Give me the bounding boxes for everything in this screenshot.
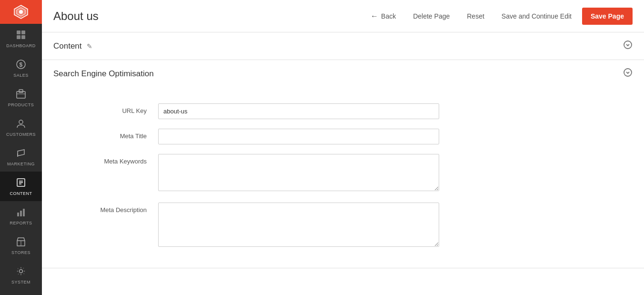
- seo-section-header[interactable]: Search Engine Optimisation: [42, 60, 644, 87]
- url-key-label: URL Key: [53, 103, 158, 114]
- reports-icon: [16, 207, 26, 219]
- customers-icon: [16, 118, 26, 130]
- sidebar-item-label: REPORTS: [10, 221, 32, 225]
- dashboard-icon: [16, 30, 26, 41]
- sidebar-item-stores[interactable]: STORES: [0, 231, 42, 260]
- sidebar-item-customers[interactable]: CUSTOMERS: [0, 112, 42, 142]
- sidebar-item-content[interactable]: CONTENT: [0, 172, 42, 201]
- svg-rect-10: [19, 90, 23, 92]
- svg-point-25: [624, 41, 632, 49]
- sidebar-item-sales[interactable]: $ SALES: [0, 53, 42, 83]
- svg-point-2: [19, 10, 23, 14]
- content-section-header[interactable]: Content ✎: [42, 32, 644, 60]
- sidebar-item-label: SYSTEM: [11, 280, 30, 285]
- header-actions: ← Back Delete Page Reset Save and Contin…: [364, 8, 633, 25]
- sidebar-item-marketing[interactable]: MARKETING: [0, 142, 42, 172]
- content-area: Content ✎ Search Engine Optimisation: [42, 32, 644, 295]
- seo-section: Search Engine Optimisation URL Key: [42, 60, 644, 268]
- sidebar-item-label: STORES: [11, 250, 30, 255]
- svg-rect-20: [20, 211, 22, 216]
- meta-keywords-label: Meta Keywords: [53, 154, 158, 165]
- svg-rect-5: [17, 35, 20, 39]
- meta-title-row: Meta Title: [42, 124, 644, 149]
- svg-marker-13: [18, 150, 24, 156]
- meta-description-input[interactable]: [158, 203, 439, 247]
- url-key-input-wrapper: [158, 103, 439, 119]
- meta-keywords-input-wrapper: [158, 154, 439, 193]
- sidebar: DASHBOARD $ SALES PRODUCTS CUSTOM: [0, 0, 42, 295]
- sidebar-item-label: DASHBOARD: [6, 43, 36, 48]
- marketing-icon: [16, 148, 26, 160]
- url-key-row: URL Key: [42, 99, 644, 124]
- sidebar-logo: [0, 0, 42, 24]
- save-label: Save Page: [591, 12, 624, 20]
- meta-keywords-row: Meta Keywords: [42, 149, 644, 198]
- seo-title-text: Search Engine Optimisation: [53, 69, 154, 79]
- edit-icon[interactable]: ✎: [87, 42, 92, 50]
- url-key-input[interactable]: [158, 103, 439, 119]
- meta-description-input-wrapper: [158, 203, 439, 249]
- svg-rect-3: [17, 31, 20, 34]
- sidebar-item-reports[interactable]: REPORTS: [0, 201, 42, 231]
- sales-icon: $: [16, 59, 26, 71]
- content-icon: [16, 177, 26, 189]
- back-label: Back: [381, 12, 396, 20]
- sidebar-item-products[interactable]: PRODUCTS: [0, 83, 42, 112]
- content-section: Content ✎: [42, 32, 644, 60]
- meta-title-input-wrapper: [158, 129, 439, 144]
- meta-keywords-input[interactable]: [158, 154, 439, 191]
- svg-point-24: [20, 269, 23, 273]
- reset-button[interactable]: Reset: [460, 9, 491, 24]
- content-section-title: Content ✎: [53, 41, 92, 51]
- sidebar-item-label: MARKETING: [7, 162, 35, 166]
- sidebar-item-dashboard[interactable]: DASHBOARD: [0, 24, 42, 53]
- sidebar-item-label: CUSTOMERS: [6, 132, 36, 137]
- seo-chevron-icon[interactable]: [623, 68, 633, 80]
- save-continue-button[interactable]: Save and Continue Edit: [495, 9, 578, 24]
- meta-title-input[interactable]: [158, 129, 439, 144]
- svg-rect-19: [17, 213, 19, 216]
- content-chevron-icon[interactable]: [623, 40, 633, 52]
- svg-point-12: [19, 120, 23, 124]
- system-icon: [16, 266, 26, 278]
- sidebar-item-label: SALES: [13, 73, 29, 78]
- main-area: About us ← Back Delete Page Reset Save a…: [42, 0, 644, 295]
- delete-page-button[interactable]: Delete Page: [406, 9, 456, 24]
- seo-section-title: Search Engine Optimisation: [53, 69, 154, 79]
- sidebar-item-label: PRODUCTS: [8, 102, 34, 107]
- save-page-button[interactable]: Save Page: [582, 8, 633, 25]
- back-arrow-icon: ←: [371, 12, 378, 20]
- seo-form: URL Key Meta Title Meta Keywords: [42, 87, 644, 268]
- meta-description-row: Meta Description: [42, 198, 644, 254]
- svg-point-26: [624, 69, 632, 76]
- page-title: About us: [53, 10, 99, 23]
- back-button[interactable]: ← Back: [364, 8, 402, 24]
- sidebar-item-system[interactable]: SYSTEM: [0, 260, 42, 290]
- meta-description-label: Meta Description: [53, 203, 158, 214]
- meta-title-label: Meta Title: [53, 129, 158, 140]
- svg-rect-4: [21, 31, 25, 34]
- delete-label: Delete Page: [413, 12, 450, 20]
- page-header: About us ← Back Delete Page Reset Save a…: [42, 0, 644, 32]
- stores-icon: [16, 236, 26, 248]
- reset-label: Reset: [467, 12, 484, 20]
- sidebar-item-label: CONTENT: [10, 191, 32, 196]
- svg-rect-6: [21, 35, 25, 39]
- save-continue-label: Save and Continue Edit: [502, 12, 572, 20]
- svg-rect-21: [23, 209, 25, 216]
- products-icon: [16, 89, 26, 101]
- content-title-text: Content: [53, 41, 82, 51]
- svg-text:$: $: [19, 61, 22, 68]
